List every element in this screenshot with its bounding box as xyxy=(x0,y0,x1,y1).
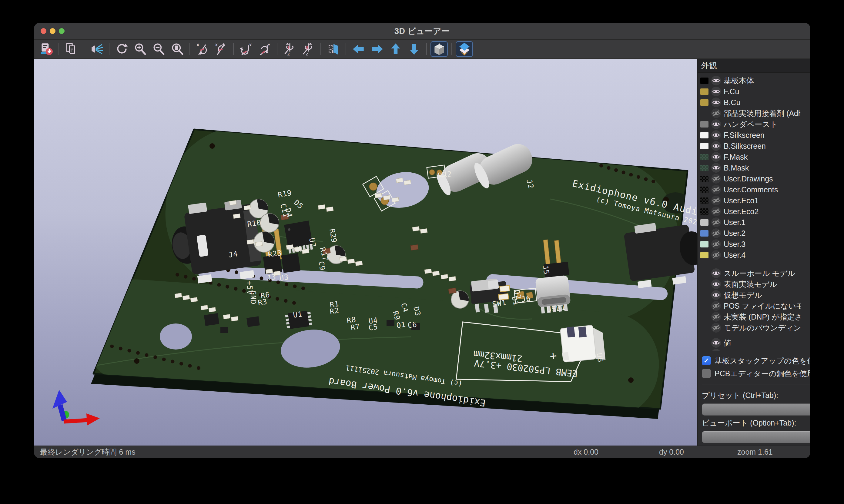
layer-row[interactable]: User.2 xyxy=(700,228,810,239)
zoom-out-button[interactable] xyxy=(150,41,167,57)
viewport-dropdown[interactable] xyxy=(702,431,810,443)
layer-color-swatch[interactable] xyxy=(700,165,708,171)
layer-color-swatch[interactable] xyxy=(700,100,708,106)
layer-color-swatch[interactable] xyxy=(700,209,708,215)
visibility-eye-off-icon[interactable] xyxy=(711,185,721,195)
visibility-eye-icon[interactable] xyxy=(711,130,721,140)
pcb-copper-checkbox[interactable] xyxy=(702,369,711,378)
preset-dropdown[interactable] xyxy=(702,403,810,416)
layer-row[interactable]: User.Drawings xyxy=(700,173,810,184)
visibility-eye-off-icon[interactable] xyxy=(711,301,721,311)
visibility-eye-off-icon[interactable] xyxy=(711,217,721,227)
model-visibility-row[interactable]: POS ファイルにないモデ xyxy=(700,301,810,311)
visibility-eye-icon[interactable] xyxy=(711,163,721,173)
visibility-eye-off-icon[interactable] xyxy=(711,250,721,260)
layer-color-swatch[interactable] xyxy=(700,292,708,298)
layer-color-swatch[interactable] xyxy=(700,314,708,320)
layer-color-swatch[interactable] xyxy=(700,88,708,95)
copy-image-button[interactable] xyxy=(63,41,80,57)
ortho-projection-toggle[interactable] xyxy=(430,41,448,57)
minimize-button[interactable] xyxy=(50,28,55,34)
layer-row[interactable]: B.Silkscreen xyxy=(700,141,810,151)
layer-row[interactable]: 基板本体 xyxy=(700,75,810,86)
layer-row[interactable]: User.Comments xyxy=(700,184,810,195)
layer-color-swatch[interactable] xyxy=(700,270,708,276)
layer-row[interactable]: F.Silkscreen xyxy=(700,130,810,141)
visibility-eye-off-icon[interactable] xyxy=(711,239,721,249)
layer-color-swatch[interactable] xyxy=(700,230,708,237)
close-button[interactable] xyxy=(41,28,46,34)
layer-row[interactable]: User.4 xyxy=(700,250,810,260)
layer-color-swatch[interactable] xyxy=(700,252,708,258)
rotate-x-cw-button[interactable]: X xyxy=(194,41,211,57)
layer-row[interactable]: F.Cu xyxy=(700,86,810,97)
visibility-eye-icon[interactable] xyxy=(711,152,721,162)
visibility-eye-icon[interactable] xyxy=(711,279,721,289)
layer-row[interactable]: 部品実装用接着剤 (Adh xyxy=(700,108,810,119)
pan-down-button[interactable] xyxy=(405,41,423,57)
layer-row[interactable]: B.Mask xyxy=(700,162,810,173)
visibility-eye-icon[interactable] xyxy=(711,349,721,351)
rotate-z-ccw-button[interactable]: Z xyxy=(299,41,317,57)
model-visibility-row[interactable]: 仮想モデル xyxy=(700,290,810,301)
layer-color-swatch[interactable] xyxy=(700,351,708,351)
visibility-eye-off-icon[interactable] xyxy=(711,196,721,205)
visibility-eye-icon[interactable] xyxy=(711,119,721,129)
layer-color-swatch[interactable] xyxy=(700,219,708,226)
rotate-x-ccw-button[interactable]: X xyxy=(212,41,229,57)
visibility-eye-icon[interactable] xyxy=(711,87,721,96)
layer-color-swatch[interactable] xyxy=(700,281,708,287)
pan-right-button[interactable] xyxy=(368,41,385,57)
render-options-button[interactable] xyxy=(88,41,105,57)
layer-row[interactable]: B.Cu xyxy=(700,97,810,108)
layer-color-swatch[interactable] xyxy=(700,340,708,346)
zoom-in-button[interactable] xyxy=(132,41,149,57)
layer-color-swatch[interactable] xyxy=(700,154,708,160)
layer-color-swatch[interactable] xyxy=(700,132,708,139)
clipped-row[interactable] xyxy=(700,348,810,351)
model-visibility-row[interactable]: 未実装 (DNP) が指定さ xyxy=(700,311,810,322)
visibility-eye-icon[interactable] xyxy=(711,97,721,107)
visibility-eye-off-icon[interactable] xyxy=(711,108,721,118)
layer-row[interactable]: User.Eco1 xyxy=(700,195,810,206)
value-visibility-row[interactable]: 値 xyxy=(700,337,810,348)
pan-left-button[interactable] xyxy=(350,41,367,57)
visibility-eye-icon[interactable] xyxy=(711,76,721,85)
layer-row[interactable]: User.Eco2 xyxy=(700,206,810,217)
visibility-eye-off-icon[interactable] xyxy=(711,323,721,332)
layer-color-swatch[interactable] xyxy=(700,176,708,182)
layer-color-swatch[interactable] xyxy=(700,121,708,127)
maximize-button[interactable] xyxy=(59,28,65,34)
layer-color-swatch[interactable] xyxy=(700,77,708,84)
layer-color-swatch[interactable] xyxy=(700,197,708,204)
visibility-eye-off-icon[interactable] xyxy=(711,312,721,322)
visibility-eye-icon[interactable] xyxy=(711,290,721,300)
redraw-button[interactable] xyxy=(113,41,131,57)
stackup-colors-checkbox[interactable]: ✓ xyxy=(702,356,711,365)
visibility-eye-off-icon[interactable] xyxy=(711,228,721,238)
visibility-eye-icon[interactable] xyxy=(711,338,721,348)
layer-row[interactable]: F.Mask xyxy=(700,151,810,162)
layer-row[interactable]: User.1 xyxy=(700,217,810,228)
visibility-eye-icon[interactable] xyxy=(711,141,721,151)
flip-board-button[interactable] xyxy=(325,41,342,57)
reload-board-button[interactable] xyxy=(38,41,55,57)
layer-color-swatch[interactable] xyxy=(700,143,708,149)
layer-color-swatch[interactable] xyxy=(700,325,708,331)
layer-row[interactable]: ハンダペースト xyxy=(700,119,810,130)
rotate-y-cw-button[interactable]: Y xyxy=(237,41,255,57)
rotate-y-ccw-button[interactable]: Y xyxy=(256,41,273,57)
layer-color-swatch[interactable] xyxy=(700,303,708,309)
layer-color-swatch[interactable] xyxy=(700,241,708,248)
zoom-fit-button[interactable] xyxy=(169,41,186,57)
appearance-panel-toggle[interactable] xyxy=(455,41,473,57)
model-visibility-row[interactable]: スルーホール モデル xyxy=(700,268,810,278)
layer-row[interactable]: User.3 xyxy=(700,239,810,250)
layer-color-swatch[interactable] xyxy=(700,110,708,116)
pcb-copper-option[interactable]: PCBエディターの銅色を使用 xyxy=(702,367,810,380)
pan-up-button[interactable] xyxy=(387,41,404,57)
layer-color-swatch[interactable] xyxy=(700,186,708,193)
rotate-z-cw-button[interactable]: Z xyxy=(281,41,298,57)
visibility-eye-off-icon[interactable] xyxy=(711,174,721,183)
model-visibility-row[interactable]: 表面実装モデル xyxy=(700,278,810,290)
